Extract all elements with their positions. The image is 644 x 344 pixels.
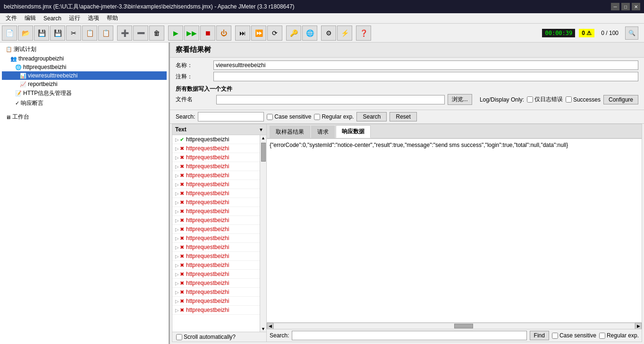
success-checkbox-label[interactable]: Successes [566,96,601,103]
tree-item-threadgroup[interactable]: 👥 threadgroupbeizhi [2,54,167,63]
list-item[interactable]: ▷ ✖ httprequestbeizhi [172,252,260,261]
error-checkbox[interactable] [527,96,533,103]
reset-button[interactable]: Reset [390,112,416,121]
tree-item-report[interactable]: 📈 reportbeizhi [2,80,167,88]
tb-start-no-pause[interactable]: ▶▶ [184,26,199,41]
list-item[interactable]: ▷ ✖ httprequestbeizhi [172,261,260,270]
tab-request[interactable]: 请求 [311,126,335,138]
case-sensitive-checkbox[interactable] [267,114,273,120]
tb-templates[interactable]: 🔑 [286,26,301,41]
tb-help[interactable]: ❓ [356,26,371,41]
list-item[interactable]: ▷ ✖ httprequestbeizhi [172,180,260,189]
scroll-right-btn[interactable]: ▶ [635,323,642,329]
tb-shutdown[interactable]: ⏻ [216,26,231,41]
bottom-case-checkbox[interactable] [552,333,558,339]
menu-run[interactable]: 运行 [65,13,84,23]
minimize-button[interactable]: ─ [611,3,619,10]
menu-search[interactable]: Search [40,14,65,23]
menu-options[interactable]: 选项 [84,13,103,23]
scroll-auto-checkbox[interactable] [176,334,182,340]
scroll-left-btn[interactable]: ◀ [267,323,273,329]
bottom-search-input[interactable] [292,331,526,340]
list-header-arrow[interactable]: ▼ [259,127,263,132]
scroll-thumb[interactable] [261,143,266,162]
browse-button[interactable]: 浏览... [448,94,472,105]
menu-file[interactable]: 文件 [2,13,21,23]
tab-sampler-result[interactable]: 取样器结果 [270,126,310,138]
tree-item-assertion[interactable]: ✓ 响应断言 [2,98,167,108]
tb-new[interactable]: 📄 [2,26,17,41]
comment-label: 注释： [176,73,213,81]
bottom-case-label[interactable]: Case sensitive [552,332,596,339]
file-input[interactable] [216,95,445,104]
find-button[interactable]: Find [530,331,549,340]
tree-item-httpheader[interactable]: 📝 HTTP信息头管理器 [2,88,167,98]
vertical-scrollbar[interactable]: ▲ ▼ [260,135,266,332]
tab-response-data[interactable]: 响应数据 [336,125,371,138]
list-item[interactable]: ▷ ✖ httprequestbeizhi [172,288,260,297]
list-item[interactable]: ▷ ✖ httprequestbeizhi [172,297,260,306]
scroll-down-btn[interactable]: ▼ [261,326,265,332]
tb-add[interactable]: ➕ [117,26,132,41]
regex-checkbox[interactable] [314,114,320,120]
tb-copy[interactable]: 📋 [82,26,97,41]
error-icon: ✖ [180,226,184,232]
list-item[interactable]: ▷ ✖ httprequestbeizhi [172,243,260,252]
tb-properties[interactable]: ⚙ [321,26,336,41]
search-button[interactable]: Search [356,112,387,121]
tb-start[interactable]: ▶ [168,26,183,41]
list-item[interactable]: ▷ ✖ httprequestbeizhi [172,162,260,171]
tb-remote-shutdown[interactable]: ⟳ [267,26,282,41]
threadgroup-icon: 👥 [10,56,17,62]
close-button[interactable]: ✕ [632,3,640,10]
tree-item-httprequest[interactable]: 🌐 httprequestbeizhi [2,63,167,71]
list-item[interactable]: ▷ ✖ httprequestbeizhi [172,207,260,216]
menu-edit[interactable]: 编辑 [21,13,40,23]
scroll-up-btn[interactable]: ▲ [261,135,265,141]
case-sensitive-label[interactable]: Case sensitive [267,113,311,120]
tb-save-as[interactable]: 💾 [50,26,65,41]
maximize-button[interactable]: □ [621,3,630,10]
h-scroll-thumb[interactable] [454,324,473,328]
tb-zoom[interactable]: 🔍 [625,26,638,40]
list-item[interactable]: ▷ ✖ httprequestbeizhi [172,189,260,198]
search-input[interactable] [198,112,264,121]
tb-remote-stop[interactable]: ⏩ [251,26,266,41]
tb-open[interactable]: 📂 [18,26,33,41]
tree-item-viewresult[interactable]: 📊 viewresulttreebeizhi [2,71,167,80]
tb-remove[interactable]: ➖ [133,26,148,41]
list-item[interactable]: ▷ ✖ httprequestbeizhi [172,306,260,315]
list-item[interactable]: ▷ ✖ httprequestbeizhi [172,270,260,279]
list-item[interactable]: ▷ ✖ httprequestbeizhi [172,279,260,288]
tree-item-workbench[interactable]: 🖥 工作台 [2,112,167,122]
tb-remote-start[interactable]: ⏭ [235,26,250,41]
tb-stop[interactable]: ⏹ [200,26,215,41]
list-item[interactable]: ▷ ✖ httprequestbeizhi [172,198,260,207]
error-checkbox-label[interactable]: 仅日志错误 [527,95,563,103]
list-item[interactable]: ▷ ✖ httprequestbeizhi [172,153,260,162]
tb-cut[interactable]: ✂ [66,26,81,41]
success-checkbox[interactable] [566,96,572,103]
list-item[interactable]: ▷ ✖ httprequestbeizhi [172,144,260,153]
tb-log-viewer[interactable]: ⚡ [337,26,352,41]
configure-button[interactable]: Configure [603,95,638,104]
scroll-auto-label[interactable]: Scroll automatically? [176,334,236,340]
list-item[interactable]: ▷ ✖ httprequestbeizhi [172,171,260,180]
bottom-regex-label[interactable]: Regular exp. [599,332,639,339]
comment-input[interactable] [213,72,638,81]
tree-item-test-plan[interactable]: 📋 测试计划 [2,44,167,54]
regex-label[interactable]: Regular exp. [314,113,354,120]
list-item[interactable]: ▷ ✖ httprequestbeizhi [172,225,260,234]
tb-save[interactable]: 💾 [34,26,49,41]
horizontal-scrollbar[interactable] [273,323,635,329]
bottom-regex-checkbox[interactable] [599,333,605,339]
list-item-label: httprequestbeizhi [186,280,229,286]
list-item[interactable]: ▷ ✔ httprequestbeizhi [172,135,260,144]
list-item[interactable]: ▷ ✖ httprequestbeizhi [172,216,260,225]
list-item[interactable]: ▷ ✖ httprequestbeizhi [172,234,260,243]
tb-paste[interactable]: 📋 [98,26,113,41]
menu-help[interactable]: 帮助 [103,13,122,23]
name-input[interactable] [213,60,638,70]
tb-log[interactable]: 🌐 [302,26,317,41]
tb-clear[interactable]: 🗑 [149,26,164,41]
